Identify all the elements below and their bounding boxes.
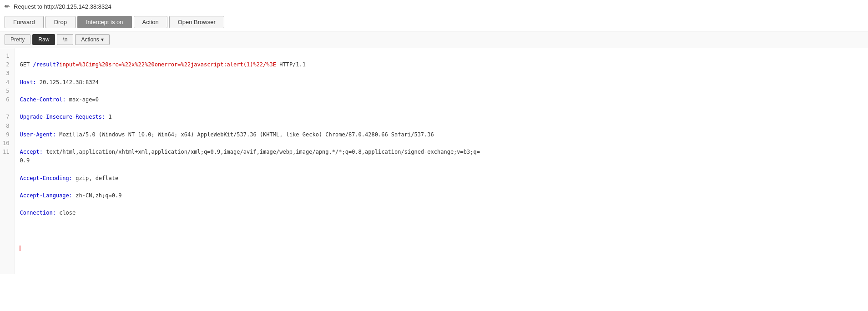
code-line-10 — [20, 226, 863, 235]
toolbar: Forward Drop Intercept is on Action Open… — [0, 13, 868, 31]
code-line-2: Host: 20.125.142.38:8324 — [20, 78, 863, 87]
tab-pretty[interactable]: Pretty — [5, 34, 30, 45]
intercept-button[interactable]: Intercept is on — [77, 16, 132, 28]
action-button[interactable]: Action — [134, 16, 167, 28]
code-line-11 — [20, 244, 863, 252]
code-line-7: Accept-Encoding: gzip, deflate — [20, 174, 863, 183]
pencil-icon: ✏ — [5, 3, 10, 10]
line-numbers: 1 2 3 4 5 6 7 8 9 10 11 — [0, 48, 15, 274]
open-browser-button[interactable]: Open Browser — [169, 16, 224, 28]
tab-actions-dropdown[interactable]: Actions ▾ — [75, 34, 109, 45]
forward-button[interactable]: Forward — [5, 16, 44, 28]
code-line-3: Cache-Control: max-age=0 — [20, 95, 863, 104]
actions-chevron-icon: ▾ — [101, 36, 104, 43]
code-line-5: User-Agent: Mozilla/5.0 (Windows NT 10.0… — [20, 130, 863, 139]
code-line-6: Accept: text/html,application/xhtml+xml,… — [20, 148, 863, 165]
actions-label: Actions — [81, 36, 99, 43]
tab-bar: Pretty Raw \n Actions ▾ — [0, 31, 868, 48]
code-line-9: Connection: close — [20, 209, 863, 217]
drop-button[interactable]: Drop — [45, 16, 76, 28]
tab-raw[interactable]: Raw — [32, 34, 55, 45]
code-line-8: Accept-Language: zh-CN,zh;q=0.9 — [20, 191, 863, 200]
tab-newline[interactable]: \n — [57, 34, 73, 45]
code-editor[interactable]: GET /result?input=%3Cimg%20src=%22x%22%2… — [15, 48, 868, 274]
content-area: 1 2 3 4 5 6 7 8 9 10 11 GET /result?inpu… — [0, 48, 868, 274]
title-text: Request to http://20.125.142.38:8324 — [14, 3, 111, 10]
title-bar: ✏ Request to http://20.125.142.38:8324 — [0, 0, 868, 13]
code-line-1: GET /result?input=%3Cimg%20src=%22x%22%2… — [20, 60, 863, 69]
code-line-4: Upgrade-Insecure-Requests: 1 — [20, 113, 863, 121]
